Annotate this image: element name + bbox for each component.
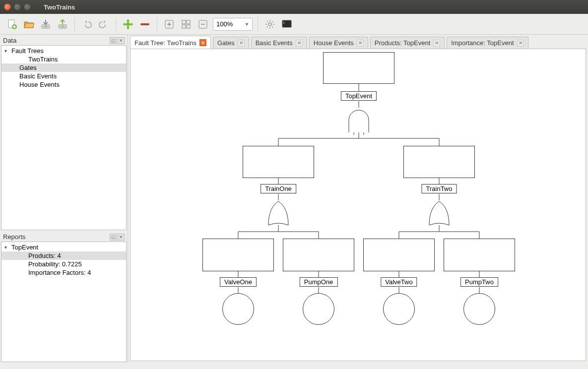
and-gate-icon[interactable]: [346, 108, 371, 132]
tree-row[interactable]: Importance Factors: 4: [1, 268, 126, 277]
toolbar-separator: [116, 17, 116, 31]
basic-event-circle[interactable]: [463, 293, 495, 325]
svg-rect-7: [182, 20, 186, 24]
tab-close-button[interactable]: ✕: [357, 40, 364, 47]
zoom-fit-button[interactable]: [179, 17, 193, 31]
basic-event-circle[interactable]: [222, 293, 254, 325]
event-description-box[interactable]: [363, 239, 435, 271]
undo-button[interactable]: [80, 17, 94, 31]
editor-tab[interactable]: Fault Tree: TwoTrains✕: [130, 36, 211, 49]
tree-row[interactable]: Basic Events: [1, 72, 126, 80]
editor-tab[interactable]: Products: TopEvent✕: [370, 37, 445, 49]
basic-event-circle[interactable]: [303, 293, 334, 325]
add-element-button[interactable]: [121, 17, 135, 31]
window-title: TwoTrains: [44, 3, 75, 11]
main-toolbar: 100% ▼: [0, 14, 588, 35]
window-titlebar: TwoTrains: [0, 0, 588, 14]
window-close-button[interactable]: [4, 3, 11, 10]
event-description-box[interactable]: [202, 239, 274, 271]
editor-tab[interactable]: Importance: TopEvent✕: [447, 37, 528, 49]
tab-close-button[interactable]: ✕: [433, 40, 440, 47]
diagram-canvas[interactable]: TopEvent TrainOne TrainTwo Val: [130, 49, 586, 361]
zoom-in-button[interactable]: [162, 17, 176, 31]
tab-label: House Events: [314, 39, 354, 47]
basic-event-circle[interactable]: [383, 293, 415, 325]
tab-label: Importance: TopEvent: [451, 39, 514, 47]
tab-close-button[interactable]: ✕: [199, 39, 206, 46]
panel-detach-button[interactable]: ◱: [110, 37, 117, 44]
tree-row-label: Basic Events: [19, 72, 57, 80]
tab-close-button[interactable]: ✕: [296, 40, 303, 47]
tab-label: Fault Tree: TwoTrains: [134, 39, 196, 47]
tree-row[interactable]: Probability: 0.7225: [1, 260, 126, 268]
tree-row[interactable]: TwoTrains: [1, 55, 126, 63]
sidebar: Data ◱ ✕ ▾Fault TreesTwoTrainsGatesBasic…: [0, 35, 128, 363]
tree-row[interactable]: Gates: [1, 63, 126, 72]
tree-expand-icon[interactable]: ▾: [4, 48, 9, 54]
tree-row-label: Products: 4: [28, 252, 61, 259]
or-gate-icon[interactable]: [266, 200, 291, 225]
event-description-box[interactable]: [444, 239, 515, 271]
svg-point-12: [268, 23, 271, 26]
reports-tree[interactable]: ▾TopEventProducts: 4Probability: 0.7225I…: [1, 242, 127, 362]
new-file-button[interactable]: [5, 17, 19, 31]
data-tree[interactable]: ▾Fault TreesTwoTrainsGatesBasic EventsHo…: [1, 45, 127, 230]
panel-detach-button[interactable]: ◱: [110, 234, 117, 241]
gate-description-box[interactable]: [243, 146, 314, 178]
tree-row[interactable]: ▾Fault Trees: [1, 47, 126, 55]
fault-tree-diagram: TopEvent TrainOne TrainTwo Val: [131, 49, 586, 361]
toolbar-separator: [157, 17, 157, 31]
gate-description-box[interactable]: [403, 146, 475, 178]
zoom-out-button[interactable]: [196, 17, 210, 31]
gate-label-trainone[interactable]: TrainOne: [261, 184, 296, 193]
tab-close-button[interactable]: ✕: [517, 40, 524, 47]
tree-row-label: Importance Factors: 4: [28, 269, 91, 276]
event-label-valvetwo[interactable]: ValveTwo: [381, 277, 417, 287]
settings-button[interactable]: [263, 17, 277, 31]
tab-close-button[interactable]: ✕: [238, 40, 245, 47]
redo-button[interactable]: [97, 17, 111, 31]
tree-row-label: TwoTrains: [28, 56, 58, 63]
toolbar-separator: [258, 17, 258, 31]
tree-row[interactable]: House Events: [1, 80, 126, 89]
tree-row-label: Fault Trees: [11, 47, 44, 55]
run-button[interactable]: [280, 17, 294, 31]
tab-label: Basic Events: [256, 39, 293, 47]
data-panel-title: Data: [3, 37, 16, 44]
toolbar-separator: [74, 17, 75, 31]
event-label-valveone[interactable]: ValveOne: [220, 277, 257, 287]
tree-row[interactable]: Products: 4: [1, 251, 126, 260]
data-panel-header: Data ◱ ✕: [1, 36, 127, 45]
event-label-pumpone[interactable]: PumpOne: [300, 277, 338, 287]
svg-rect-10: [187, 25, 190, 28]
tree-row-label: House Events: [19, 81, 60, 88]
svg-rect-8: [187, 20, 190, 24]
svg-rect-9: [182, 25, 186, 28]
save-as-button[interactable]: [56, 17, 69, 31]
gate-label-traintwo[interactable]: TrainTwo: [422, 184, 457, 193]
tree-expand-icon[interactable]: ▾: [4, 245, 9, 250]
tab-label: Gates: [217, 39, 235, 47]
tree-row[interactable]: ▾TopEvent: [1, 243, 126, 251]
remove-element-button[interactable]: [138, 17, 152, 31]
or-gate-icon[interactable]: [427, 200, 452, 225]
save-button[interactable]: [39, 17, 53, 31]
svg-rect-5: [61, 26, 65, 27]
event-label-pumptwo[interactable]: PumpTwo: [460, 277, 498, 287]
editor-tab[interactable]: Gates✕: [213, 37, 249, 49]
reports-panel: Reports ◱ ✕ ▾TopEventProducts: 4Probabil…: [1, 232, 127, 362]
chevron-down-icon: ▼: [245, 22, 249, 27]
open-file-button[interactable]: [22, 17, 36, 31]
gate-description-box[interactable]: [323, 52, 394, 84]
window-minimize-button[interactable]: [14, 3, 21, 10]
editor-tab[interactable]: Basic Events✕: [251, 37, 307, 49]
content-area: Fault Tree: TwoTrains✕Gates✕Basic Events…: [128, 35, 588, 363]
editor-tab[interactable]: House Events✕: [309, 37, 368, 49]
zoom-select[interactable]: 100% ▼: [213, 18, 253, 31]
event-description-box[interactable]: [283, 239, 354, 271]
gate-label-topevent[interactable]: TopEvent: [341, 91, 377, 101]
panel-close-button[interactable]: ✕: [118, 37, 125, 44]
window-maximize-button[interactable]: [24, 3, 31, 10]
window-controls: [4, 3, 31, 10]
panel-close-button[interactable]: ✕: [118, 234, 125, 241]
